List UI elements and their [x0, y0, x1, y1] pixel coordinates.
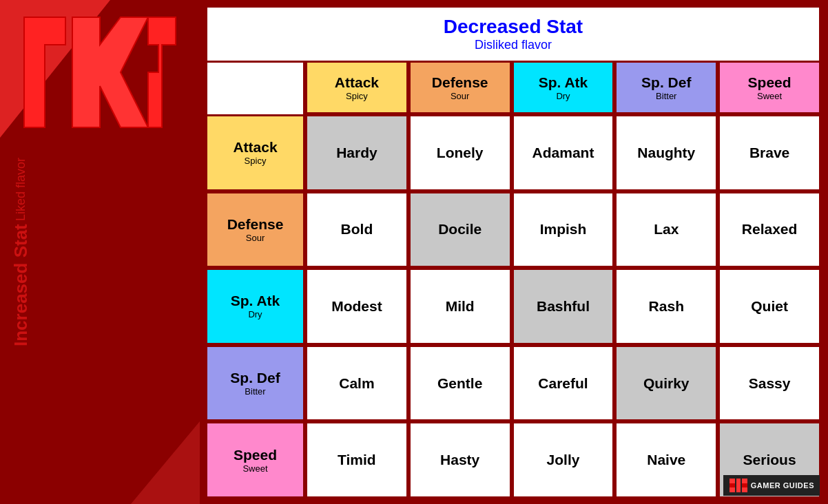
- logo-panel: Increased Stat Liked flavor: [0, 0, 200, 504]
- nature-rash: Rash: [614, 268, 718, 345]
- row-header-spatk: Sp. Atk Dry: [205, 268, 305, 345]
- row-header-attack: Attack Spicy: [205, 114, 305, 191]
- nature-adamant: Adamant: [512, 114, 615, 191]
- col-spdef-stat: Sp. Def: [641, 74, 691, 91]
- column-headers: Attack Spicy Defense Sour Sp. Atk Dry Sp…: [205, 63, 821, 114]
- gg-site-name: GAMER GUIDES: [751, 481, 814, 490]
- gamer-guides-branding: GAMER GUIDES: [723, 475, 820, 496]
- row-header-defense: Defense Sour: [205, 191, 305, 269]
- site-logo: [10, 10, 183, 138]
- nature-lax: Lax: [614, 191, 718, 269]
- nature-sassy: Sassy: [718, 345, 821, 422]
- nature-brave: Brave: [718, 114, 821, 191]
- nature-quiet: Quiet: [718, 268, 821, 345]
- nature-gentle: Gentle: [408, 345, 512, 422]
- nature-bold: Bold: [305, 191, 408, 269]
- col-defense-stat: Defense: [432, 74, 488, 91]
- row-header-spdef: Sp. Def Bitter: [205, 345, 305, 422]
- nature-docile: Docile: [408, 191, 512, 269]
- col-header-attack: Attack Spicy: [305, 63, 408, 114]
- col-header-spatk: Sp. Atk Dry: [512, 63, 615, 114]
- decreased-stat-title: Decreased Stat: [207, 16, 819, 38]
- row-header-speed: Speed Sweet: [205, 421, 305, 498]
- nature-naive: Naive: [614, 421, 718, 498]
- nature-lonely: Lonely: [408, 114, 512, 191]
- col-attack-stat: Attack: [335, 74, 379, 91]
- nature-mild: Mild: [408, 268, 512, 345]
- nature-impish: Impish: [512, 191, 615, 269]
- disliked-flavor-subtitle: Disliked flavor: [207, 38, 819, 52]
- table-panel: Decreased Stat Disliked flavor Attack Sp…: [200, 0, 828, 504]
- nature-calm: Calm: [305, 345, 408, 422]
- row-defense: Defense Sour Bold Docile Impish Lax Rela…: [205, 191, 821, 269]
- col-spdef-flavor: Bitter: [656, 91, 676, 101]
- top-header: Decreased Stat Disliked flavor: [205, 6, 821, 63]
- col-defense-flavor: Sour: [451, 91, 469, 101]
- row-attack: Attack Spicy Hardy Lonely Adamant Naught…: [205, 114, 821, 191]
- nature-timid: Timid: [305, 421, 408, 498]
- col-speed-stat: Speed: [748, 74, 791, 91]
- row-spdef: Sp. Def Bitter Calm Gentle Careful Quirk…: [205, 345, 821, 422]
- nature-bashful: Bashful: [512, 268, 615, 345]
- nature-naughty: Naughty: [614, 114, 718, 191]
- svg-marker-2: [72, 17, 148, 127]
- gg-logo-icon: [729, 478, 748, 493]
- nature-relaxed: Relaxed: [718, 191, 821, 269]
- col-header-speed: Speed Sweet: [718, 63, 821, 114]
- col-spatk-stat: Sp. Atk: [539, 74, 588, 91]
- col-speed-flavor: Sweet: [757, 91, 782, 101]
- nature-hardy: Hardy: [305, 114, 408, 191]
- svg-rect-8: [742, 483, 747, 487]
- increased-stat-label: Increased Stat: [10, 224, 32, 346]
- col-header-spdef: Sp. Def Bitter: [614, 63, 718, 114]
- svg-rect-5: [736, 479, 741, 492]
- corner-empty: [205, 63, 305, 114]
- nature-careful: Careful: [512, 345, 615, 422]
- side-label-container: Increased Stat Liked flavor: [10, 0, 32, 504]
- row-spatk: Sp. Atk Dry Modest Mild Bashful Rash Qui…: [205, 268, 821, 345]
- nature-quirky: Quirky: [614, 345, 718, 422]
- nature-modest: Modest: [305, 268, 408, 345]
- nature-jolly: Jolly: [512, 421, 615, 498]
- col-spatk-flavor: Dry: [556, 91, 570, 101]
- triangle-decoration-2: [131, 421, 200, 504]
- main-container: Increased Stat Liked flavor Decreased St…: [0, 0, 828, 504]
- svg-rect-7: [729, 483, 735, 487]
- col-header-defense: Defense Sour: [408, 63, 512, 114]
- nature-hasty: Hasty: [408, 421, 512, 498]
- liked-flavor-label: Liked flavor: [14, 158, 28, 221]
- col-attack-flavor: Spicy: [346, 91, 368, 101]
- svg-marker-3: [148, 17, 176, 127]
